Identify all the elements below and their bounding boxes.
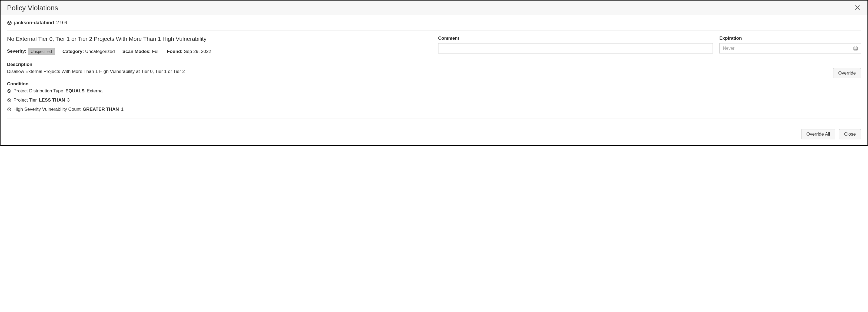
- found-label: Found:: [167, 49, 183, 54]
- override-button[interactable]: Override: [833, 68, 861, 78]
- svg-line-5: [8, 99, 10, 102]
- condition-subject: Project Tier: [13, 98, 37, 103]
- condition-op: GREATER THAN: [83, 107, 119, 112]
- category-value: Uncategorized: [85, 49, 115, 54]
- condition-subject: High Severity Vulnerability Count: [13, 107, 81, 112]
- condition-op: EQUALS: [65, 88, 85, 94]
- condition-op: LESS THAN: [39, 98, 65, 103]
- ban-icon: [7, 89, 11, 93]
- condition-row: Project Distribution Type EQUALS Externa…: [7, 88, 430, 94]
- category-field: Category: Uncategorized: [62, 49, 115, 54]
- severity-field: Severity: Unspecified: [7, 48, 55, 55]
- comment-input[interactable]: [438, 43, 713, 54]
- condition-list: Project Distribution Type EQUALS Externa…: [7, 88, 430, 112]
- description-text: Disallow External Projects With More Tha…: [7, 69, 430, 74]
- scan-modes-label: Scan Modes:: [122, 49, 151, 54]
- dialog-title: Policy Violations: [7, 4, 58, 12]
- condition-label: Condition: [7, 81, 430, 87]
- expiration-group: Expiration: [719, 36, 861, 54]
- condition-row: High Severity Vulnerability Count GREATE…: [7, 107, 430, 112]
- close-button[interactable]: Close: [839, 129, 861, 139]
- comment-label: Comment: [438, 36, 713, 41]
- comment-group: Comment: [438, 36, 713, 54]
- content-columns: No External Tier 0, Tier 1 or Tier 2 Pro…: [7, 36, 861, 119]
- svg-line-7: [8, 108, 10, 111]
- dialog-header: Policy Violations: [1, 1, 867, 15]
- dialog-footer: Override All Close: [1, 122, 867, 145]
- policy-details: No External Tier 0, Tier 1 or Tier 2 Pro…: [7, 36, 430, 112]
- scan-modes-field: Scan Modes: Full: [122, 49, 159, 54]
- expiration-label: Expiration: [719, 36, 861, 41]
- override-form: Comment Expiration: [438, 36, 861, 112]
- component-version: 2.9.6: [56, 20, 67, 26]
- condition-value: External: [87, 88, 103, 94]
- severity-label: Severity:: [7, 48, 27, 54]
- dialog-body: jackson-databind 2.9.6 No External Tier …: [1, 15, 867, 122]
- category-label: Category:: [62, 49, 84, 54]
- condition-value: 1: [121, 107, 124, 112]
- found-value: Sep 29, 2022: [184, 49, 211, 54]
- ban-icon: [7, 98, 11, 102]
- scan-modes-value: Full: [152, 49, 159, 54]
- severity-badge: Unspecified: [28, 48, 55, 55]
- ban-icon: [7, 107, 11, 111]
- expiration-input-wrapper: [719, 43, 861, 54]
- svg-line-3: [8, 90, 10, 92]
- component-header: jackson-databind 2.9.6: [7, 20, 861, 31]
- policy-title: No External Tier 0, Tier 1 or Tier 2 Pro…: [7, 36, 430, 42]
- policy-meta-row: Severity: Unspecified Category: Uncatego…: [7, 48, 430, 55]
- condition-row: Project Tier LESS THAN 3: [7, 98, 430, 103]
- calendar-icon[interactable]: [853, 46, 858, 51]
- component-cube-icon: [7, 21, 12, 25]
- found-field: Found: Sep 29, 2022: [167, 49, 211, 54]
- policy-violations-dialog: Policy Violations jackson-databind 2.9.6…: [0, 0, 868, 146]
- component-name: jackson-databind: [14, 20, 54, 26]
- condition-subject: Project Distribution Type: [13, 88, 63, 94]
- condition-value: 3: [67, 98, 69, 103]
- description-label: Description: [7, 62, 430, 67]
- override-button-row: Override: [438, 68, 861, 78]
- override-all-button[interactable]: Override All: [801, 129, 835, 139]
- close-icon[interactable]: [854, 4, 861, 12]
- form-fields-row: Comment Expiration: [438, 36, 861, 54]
- expiration-input[interactable]: [722, 46, 853, 51]
